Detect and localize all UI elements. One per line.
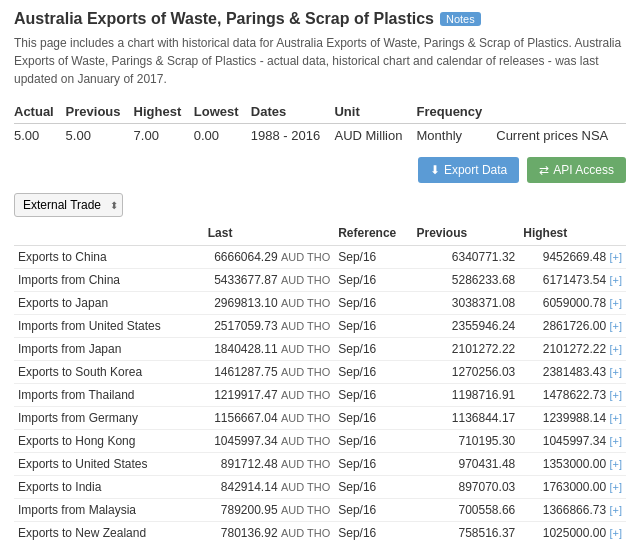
row-last: 1219917.47 AUD THO [204,384,334,407]
page-title: Australia Exports of Waste, Parings & Sc… [14,10,434,28]
row-name[interactable]: Imports from China [14,269,204,292]
row-last: 2517059.73 AUD THO [204,315,334,338]
row-name[interactable]: Exports to United States [14,453,204,476]
download-icon: ⬇ [430,163,440,177]
row-ref: Sep/16 [334,315,412,338]
filter-select[interactable]: External Trade [14,193,123,217]
row-ref: Sep/16 [334,453,412,476]
stats-header-frequency: Frequency [417,100,497,124]
row-last: 780136.92 AUD THO [204,522,334,542]
export-label: Export Data [444,163,507,177]
stats-header-extra [496,100,626,124]
row-detail-link[interactable]: [+] [609,320,622,332]
row-prev: 1270256.03 [413,361,520,384]
row-name[interactable]: Imports from Malaysia [14,499,204,522]
row-highest: 6171473.54 [+] [519,269,626,292]
row-unit: AUD THO [281,297,330,309]
row-detail-link[interactable]: [+] [609,435,622,447]
stats-frequency: Monthly [417,124,497,148]
row-highest: 1763000.00 [+] [519,476,626,499]
row-name[interactable]: Imports from Germany [14,407,204,430]
row-last: 1156667.04 AUD THO [204,407,334,430]
row-highest: 1366866.73 [+] [519,499,626,522]
stats-header-previous: Previous [66,100,134,124]
row-name[interactable]: Imports from United States [14,315,204,338]
stats-table: Actual Previous Highest Lowest Dates Uni… [14,100,626,147]
row-unit: AUD THO [281,435,330,447]
row-prev: 710195.30 [413,430,520,453]
table-row: Exports to New Zealand 780136.92 AUD THO… [14,522,626,542]
row-detail-link[interactable]: [+] [609,297,622,309]
row-ref: Sep/16 [334,499,412,522]
row-prev: 5286233.68 [413,269,520,292]
row-detail-link[interactable]: [+] [609,389,622,401]
row-highest: 2861726.00 [+] [519,315,626,338]
table-row: Imports from Germany 1156667.04 AUD THO … [14,407,626,430]
row-detail-link[interactable]: [+] [609,504,622,516]
row-ref: Sep/16 [334,522,412,542]
row-ref: Sep/16 [334,384,412,407]
row-detail-link[interactable]: [+] [609,366,622,378]
table-row: Exports to China 6666064.29 AUD THO Sep/… [14,246,626,269]
row-last: 842914.14 AUD THO [204,476,334,499]
row-prev: 970431.48 [413,453,520,476]
stats-unit: AUD Million [334,124,416,148]
row-highest: 9452669.48 [+] [519,246,626,269]
row-last: 1840428.11 AUD THO [204,338,334,361]
stats-header-actual: Actual [14,100,66,124]
row-unit: AUD THO [281,389,330,401]
row-prev: 700558.66 [413,499,520,522]
row-detail-link[interactable]: [+] [609,343,622,355]
row-highest: 2381483.43 [+] [519,361,626,384]
row-ref: Sep/16 [334,430,412,453]
stats-actual: 5.00 [14,124,66,148]
row-last: 891712.48 AUD THO [204,453,334,476]
row-name[interactable]: Exports to India [14,476,204,499]
row-unit: AUD THO [281,412,330,424]
row-unit: AUD THO [281,481,330,493]
row-highest: 1353000.00 [+] [519,453,626,476]
page-description: This page includes a chart with historic… [14,34,626,88]
col-header-reference: Reference [334,221,412,246]
row-name[interactable]: Exports to South Korea [14,361,204,384]
row-highest: 1239988.14 [+] [519,407,626,430]
row-detail-link[interactable]: [+] [609,251,622,263]
row-prev: 3038371.08 [413,292,520,315]
row-last: 2969813.10 AUD THO [204,292,334,315]
stats-header-unit: Unit [334,100,416,124]
row-detail-link[interactable]: [+] [609,412,622,424]
row-detail-link[interactable]: [+] [609,527,622,539]
row-unit: AUD THO [281,274,330,286]
row-ref: Sep/16 [334,361,412,384]
row-highest: 2101272.22 [+] [519,338,626,361]
data-table-wrapper: External Trade Last Reference Previous H… [14,193,626,541]
row-name[interactable]: Imports from Thailand [14,384,204,407]
stats-header-dates: Dates [251,100,335,124]
col-header-last: Last [204,221,334,246]
stats-dates: 1988 - 2016 [251,124,335,148]
row-name[interactable]: Exports to New Zealand [14,522,204,542]
row-unit: AUD THO [281,320,330,332]
row-last: 789200.95 AUD THO [204,499,334,522]
row-name[interactable]: Exports to China [14,246,204,269]
row-detail-link[interactable]: [+] [609,481,622,493]
api-icon: ⇄ [539,163,549,177]
row-highest: 1478622.73 [+] [519,384,626,407]
table-row: Exports to Hong Kong 1045997.34 AUD THO … [14,430,626,453]
row-name[interactable]: Exports to Hong Kong [14,430,204,453]
row-last: 1045997.34 AUD THO [204,430,334,453]
row-prev: 1136844.17 [413,407,520,430]
stats-extra: Current prices NSA [496,124,626,148]
row-detail-link[interactable]: [+] [609,458,622,470]
api-label: API Access [553,163,614,177]
action-buttons: ⬇ Export Data ⇄ API Access [14,157,626,183]
api-access-button[interactable]: ⇄ API Access [527,157,626,183]
row-unit: AUD THO [281,366,330,378]
data-table: Last Reference Previous Highest Exports … [14,221,626,541]
export-data-button[interactable]: ⬇ Export Data [418,157,519,183]
notes-badge[interactable]: Notes [440,12,481,26]
stats-lowest: 0.00 [194,124,251,148]
row-detail-link[interactable]: [+] [609,274,622,286]
row-name[interactable]: Exports to Japan [14,292,204,315]
row-name[interactable]: Imports from Japan [14,338,204,361]
